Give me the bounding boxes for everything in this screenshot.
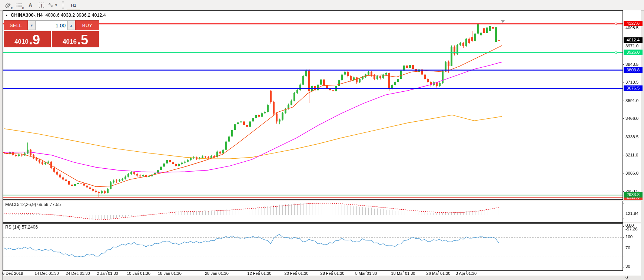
sell-button[interactable]: SELL [4,20,28,30]
toolbar-grip[interactable] [62,1,64,9]
price-badge: 3803.8 [624,67,643,73]
dropdown-caret-icon[interactable]: ▼ [54,3,58,7]
volume-input[interactable]: 1.00 [36,21,67,30]
macd-axis-label: -57.26 [625,226,643,232]
price-axis[interactable]: 4098.53971.03843.53718.53591.03466.03338… [623,10,644,200]
arrows-icon[interactable]: ▼ [47,0,58,10]
macd-label: MACD(12,26,9) 66.59 77.55 [5,202,61,207]
collapse-triangle-icon[interactable]: ▲ [5,14,8,17]
equidistant-channel-icon[interactable]: E [3,0,13,10]
ohlc-values: 4008.6 4038.2 3986.2 4012.4 [45,13,106,18]
sell-price-main: 4010 [14,38,29,45]
date-label: 14 Dec 01:30 [34,271,59,276]
main-toolbar: E F A T ▼ M1M5M15M30H1H4D1W1MN [0,0,644,11]
volume-increase-button[interactable]: ▲ [67,21,75,30]
date-label: 28 Jan 01:30 [205,271,229,276]
macd-axis-label: 121.84 [625,211,643,216]
rsi-axis-label: 0 [625,275,643,280]
fibonacci-retracement-icon[interactable]: F [14,0,24,10]
text-icon[interactable]: T [36,0,47,10]
date-label: 10 Jan 01:30 [127,271,150,276]
rsi-axis-label: 70 [625,245,643,250]
text-label-icon[interactable]: A [25,0,36,10]
date-label: 26 Mar 01:30 [426,271,451,276]
price-tick-label: 3466.0 [625,116,643,121]
volume-decrease-button[interactable]: ▼ [28,21,36,30]
sell-price-frac: .9 [29,33,40,47]
buy-button[interactable]: BUY [75,20,99,30]
price-tick-label: 3843.5 [625,62,643,67]
price-badge: 3926.0 [624,50,643,55]
date-label: 12 Feb 01:30 [248,271,272,276]
sell-price-box[interactable]: 4010 .9 [4,31,51,47]
price-tick-label: 3086.0 [625,171,643,176]
price-tick-label: 3971.0 [625,43,643,48]
rsi-axis-label: 30 [625,264,643,269]
buy-price-frac: .5 [77,33,88,47]
date-label: 20 Feb 01:30 [285,271,309,276]
buy-price-main: 4016 [63,38,77,45]
chart-window: ▲ CHINA300-,H4 4008.6 4038.2 3986.2 4012… [0,10,644,280]
buy-price-box[interactable]: 4016 .5 [52,31,99,47]
price-badge: 2933.8 [624,192,643,198]
price-badge: 3676.5 [624,85,643,91]
timeframe-button-h1[interactable]: H1 [67,1,80,10]
date-label: 3 Apr 01:30 [456,271,477,276]
date-label: 6 Dec 2018 [2,271,23,276]
chart-canvas[interactable] [0,10,644,280]
rsi-label: RSI(14) 57.2406 [5,225,38,230]
symbol-name: CHINA300-,H4 [11,13,43,18]
one-click-trading-panel: SELL ▼ 1.00 ▲ BUY 4010 .9 4016 .5 [4,20,99,47]
trading-app-window: E F A T ▼ M1M5M15M30H1H4D1W1MN ▲ CHINA30… [0,0,644,280]
date-label: 8 Mar 01:30 [355,271,377,276]
price-badge: 4127.6 [624,21,643,26]
price-tick-label: 3718.5 [625,80,643,85]
price-tick-label: 3338.5 [625,134,643,139]
date-label: 28 Feb 01:30 [321,271,345,276]
chart-title: ▲ CHINA300-,H4 4008.6 4038.2 3986.2 4012… [5,13,106,18]
date-label: 2 Jan 01:30 [97,271,118,276]
rsi-axis-label: 100 [625,234,643,239]
price-tick-label: 3211.0 [625,152,643,158]
price-tick-label: 3591.0 [625,98,643,103]
date-label: 18 Jan 01:30 [158,271,182,276]
current-price-badge: 4012.4 [624,37,643,43]
volume-spinner: ▼ 1.00 ▲ [28,20,75,30]
date-label: 18 Mar 01:30 [391,271,415,276]
date-label: 24 Dec 01:30 [66,271,90,276]
